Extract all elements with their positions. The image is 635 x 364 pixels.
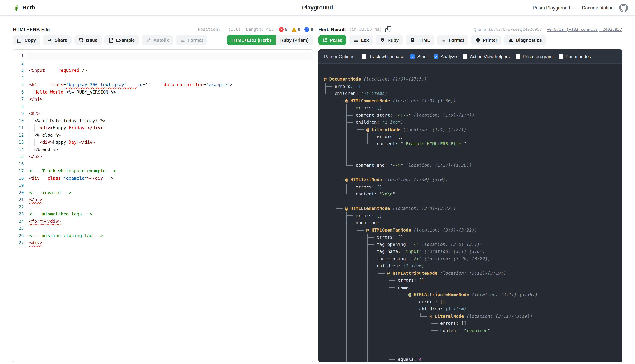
ast-token: []	[416, 278, 424, 283]
format-result-button[interactable]: Format	[437, 35, 468, 45]
indent-guide	[29, 88, 30, 96]
branch-line	[336, 219, 336, 226]
checkbox-action-view-helpers[interactable]	[463, 54, 467, 59]
parser-option-strict[interactable]: Strict	[410, 54, 428, 59]
code-text: <!-- mismatched tags -->	[24, 210, 92, 218]
parser-option-prism-program[interactable]: Prism program	[516, 54, 553, 59]
code-line: 10 <% if Date.today.friday? %>	[13, 117, 313, 124]
line-number: 16	[13, 160, 24, 168]
herb-leaf-icon	[13, 4, 20, 11]
branch-line	[336, 313, 336, 320]
tree-branch: │ │ │ │ └──	[324, 314, 430, 319]
diagnostic-badges: ×5 0 i0	[279, 27, 313, 32]
code-text: </h2>	[24, 153, 42, 160]
error-icon: ×	[279, 27, 284, 32]
lex-button[interactable]: Lex	[350, 35, 373, 45]
github-link[interactable]	[619, 3, 628, 12]
code-text	[24, 160, 29, 168]
ast-token: @ LiteralNode	[366, 127, 403, 132]
current-line-highlight	[27, 52, 313, 60]
checkbox-prism-program[interactable]	[516, 54, 520, 59]
branch-line	[367, 298, 368, 306]
html-button[interactable]: 5HTML	[406, 35, 434, 45]
checkbox-prism-nodes[interactable]	[558, 54, 563, 59]
branch-line	[367, 342, 368, 348]
branch-line	[336, 334, 336, 342]
checkbox-track-whitespace[interactable]	[362, 54, 367, 59]
code-token: <form></div>	[29, 218, 61, 224]
version-link[interactable]: v0.8.10 (+183 commits) 2402c957	[547, 27, 622, 32]
branch-line	[336, 356, 336, 362]
code-token: 'bg-gray-300 text-gray"	[66, 82, 137, 87]
parser-option-track-whitespace[interactable]: Track whitespace	[362, 54, 404, 59]
code-line: 19	[13, 182, 313, 189]
documentation-link[interactable]: Documentation	[582, 5, 614, 10]
code-token: =	[64, 82, 66, 87]
checkbox-analyze[interactable]	[434, 54, 438, 59]
herb-logo[interactable]: Herb	[13, 4, 35, 11]
branch-line	[388, 313, 389, 320]
ast-line: │ └── comment_end: "-->" (location: (1:2…	[324, 162, 622, 169]
parser-option-prism-nodes[interactable]: Prism nodes	[558, 54, 591, 59]
parse-button[interactable]: Parse	[319, 35, 347, 45]
branch-line	[346, 216, 353, 216]
ast-token: (24 items)	[358, 91, 388, 96]
branch-line	[336, 169, 336, 176]
code-line: 23<!-- mismatched tags -->	[13, 210, 313, 218]
line-number: 12	[13, 132, 24, 139]
ast-token: @ HTMLElementNode	[345, 206, 393, 211]
ruby-button[interactable]: Ruby	[376, 35, 403, 45]
copy-result-button[interactable]	[385, 26, 391, 32]
tab-html-erb-herb[interactable]: HTML+ERB (Herb)	[227, 35, 276, 45]
branch-line	[346, 248, 347, 255]
code-token: <!-- missing closing tag -->	[29, 233, 103, 238]
ast-line: │ ├── errors: []	[324, 104, 622, 112]
ast-token: (location: (1:30)-(3:0))	[385, 177, 448, 182]
tree-branch: │ │ │ │	[324, 349, 390, 354]
code-token: required	[58, 68, 79, 73]
ast-token: open_tag:	[356, 220, 379, 225]
example-button[interactable]: Example	[105, 35, 139, 45]
parser-option-action-view-helpers[interactable]: Action View helpers	[463, 54, 510, 59]
branch-line	[367, 291, 368, 298]
code-editor[interactable]: 1<!-- Example HTML+ERB File -->23<input …	[13, 50, 313, 246]
code-token: <%= RUBY_VERSION %>	[64, 89, 116, 94]
button-label: Parse	[330, 38, 343, 43]
ast-token: []	[395, 234, 403, 240]
line-number: 6	[13, 88, 24, 96]
ast-line: │ │ │ │ ├── errors: []	[324, 320, 622, 327]
diagnostics-button[interactable]: Diagnostics	[504, 35, 546, 45]
ast-token: (location: (3:20)-(3:22))	[422, 256, 490, 261]
share-button[interactable]: Share	[43, 35, 71, 45]
copy-button[interactable]: Copy	[13, 35, 40, 45]
wand-icon	[146, 38, 151, 42]
code-text	[24, 182, 29, 189]
autofix-button[interactable]: Autofix	[142, 35, 173, 45]
format-button[interactable]: Format	[176, 35, 207, 45]
branch-line	[367, 320, 368, 327]
ast-line: ├── @ HTMLTextNode (location: (1:30)-(3:…	[324, 176, 622, 184]
code-text: <div class="example"></div >	[24, 175, 114, 182]
code-token: id	[137, 82, 143, 87]
prism-playground-link[interactable]: Prism Playground →	[533, 5, 576, 10]
ast-token: @ HTMLAttributeNameNode	[409, 292, 472, 297]
code-line: 4	[13, 74, 313, 81]
ast-token: errors:	[440, 320, 458, 326]
printer-button[interactable]: Printer	[471, 35, 502, 45]
ast-line: │ │ │ │	[324, 334, 622, 342]
button-label: HTML	[417, 38, 430, 43]
checkbox-strict[interactable]	[410, 54, 415, 59]
line-number: 4	[13, 74, 24, 81]
ast-token: children:	[356, 120, 379, 125]
code-token: </br>	[29, 197, 42, 202]
branch-line	[346, 148, 347, 155]
code-token: "example"	[206, 82, 230, 87]
ast-token: "	[416, 242, 419, 247]
tab-ruby-prism[interactable]: Ruby (Prism)	[276, 35, 313, 45]
issue-button[interactable]: Issue	[74, 35, 102, 45]
branch-line	[346, 241, 347, 248]
branch-line	[346, 270, 347, 277]
parser-option-analyze[interactable]: Analyze	[434, 54, 457, 59]
branch-line	[336, 327, 336, 334]
code-text	[24, 225, 29, 232]
